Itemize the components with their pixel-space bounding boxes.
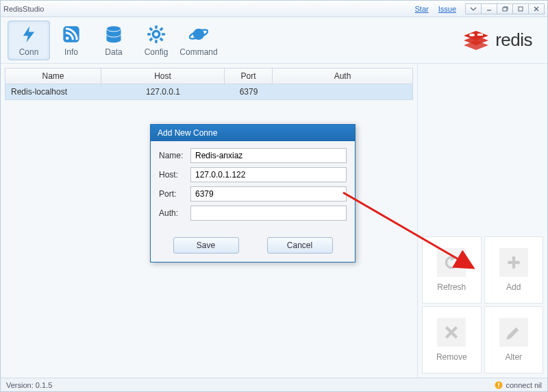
rss-icon (61, 24, 82, 45)
version-value: 0.1.5 (36, 381, 52, 389)
dropdown-button[interactable] (465, 3, 482, 14)
name-label: Name: (159, 151, 190, 160)
info-label: Info (64, 47, 78, 57)
redis-logo: redis (462, 29, 540, 52)
issue-link[interactable]: Issue (438, 5, 456, 13)
titlebar: RedisStudio Star Issue (1, 1, 547, 17)
cell-host: 127.0.0.1 (101, 84, 225, 99)
auth-input[interactable] (190, 206, 347, 221)
lightning-icon (18, 24, 39, 45)
svg-rect-30 (499, 382, 500, 385)
table-header: Name Host Port Auth (5, 69, 412, 84)
svg-point-22 (469, 34, 475, 36)
refresh-label: Refresh (437, 282, 466, 292)
svg-rect-23 (477, 34, 483, 36)
svg-line-19 (160, 27, 163, 30)
config-tab[interactable]: Config (135, 21, 177, 60)
svg-rect-31 (499, 386, 500, 387)
svg-point-8 (66, 36, 69, 40)
command-tab[interactable]: Command (177, 21, 220, 60)
remove-button[interactable]: Remove (422, 306, 482, 373)
toolbar: Conn Info Data Config Command redis (1, 17, 547, 64)
warning-icon (495, 381, 503, 389)
host-label: Host: (159, 170, 190, 180)
save-button[interactable]: Save (173, 237, 239, 254)
cancel-button[interactable]: Cancel (267, 237, 333, 254)
gear-icon (146, 24, 166, 45)
col-name[interactable]: Name (5, 69, 101, 84)
conn-tab[interactable]: Conn (8, 21, 50, 60)
statusbar: Version: 0.1.5 connect nil (1, 378, 547, 391)
port-input[interactable] (190, 186, 347, 201)
close-button[interactable] (528, 3, 545, 14)
version-label: Version: (6, 381, 34, 389)
config-label: Config (145, 47, 169, 57)
svg-point-11 (153, 31, 159, 37)
table-row[interactable]: Redis-localhost 127.0.0.1 6379 (5, 84, 412, 99)
col-host[interactable]: Host (101, 69, 225, 84)
data-tab[interactable]: Data (92, 21, 135, 60)
alter-label: Alter (505, 352, 522, 362)
svg-rect-4 (519, 7, 523, 11)
add-label: Add (506, 282, 521, 292)
col-auth[interactable]: Auth (273, 69, 412, 84)
host-input[interactable] (190, 167, 347, 182)
svg-line-16 (150, 27, 153, 30)
add-connection-dialog: Add New Conne Name: Host: Port: Auth: (150, 124, 356, 262)
name-input[interactable] (190, 148, 347, 163)
svg-line-17 (160, 38, 163, 40)
remove-label: Remove (436, 352, 467, 362)
minimize-button[interactable] (481, 3, 497, 14)
alter-button[interactable]: Alter (484, 306, 544, 373)
star-link[interactable]: Star (415, 5, 429, 13)
restore-button[interactable] (497, 3, 513, 14)
refresh-button[interactable]: Refresh (422, 236, 482, 304)
database-icon (103, 24, 124, 45)
info-tab[interactable]: Info (50, 21, 92, 60)
command-label: Command (179, 47, 217, 57)
cell-auth (273, 84, 412, 99)
col-port[interactable]: Port (225, 69, 273, 84)
svg-rect-1 (503, 8, 507, 11)
redis-logo-text: redis (495, 29, 532, 51)
dialog-title: Add New Conne (151, 125, 355, 141)
port-label: Port: (159, 189, 190, 199)
status-message: connect nil (506, 381, 542, 389)
planet-icon (188, 24, 209, 45)
cell-name: Redis-localhost (5, 84, 101, 99)
plus-icon (499, 248, 528, 277)
window-title: RedisStudio (3, 5, 44, 13)
pencil-icon (499, 318, 528, 347)
svg-line-18 (150, 38, 153, 40)
refresh-icon (437, 248, 466, 277)
cell-port: 6379 (225, 84, 273, 99)
redis-cube-icon (462, 29, 490, 52)
maximize-button[interactable] (512, 3, 529, 14)
auth-label: Auth: (159, 208, 190, 218)
add-button[interactable]: Add (484, 236, 544, 304)
data-label: Data (105, 47, 122, 57)
connection-table: Name Host Port Auth Redis-localhost 127.… (5, 68, 413, 100)
x-icon (437, 318, 466, 347)
conn-label: Conn (19, 47, 39, 57)
